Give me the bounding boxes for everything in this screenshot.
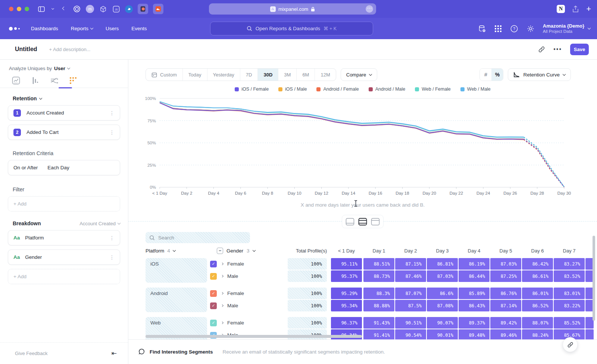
retention-cell[interactable]: 83.22% (554, 300, 585, 311)
retention-cell[interactable]: 87.15% (395, 258, 426, 270)
interesting-segments-bar[interactable]: Find Interesting Segments Receive an ema… (128, 339, 597, 364)
retention-cell[interactable]: 88.07% (522, 317, 553, 329)
expand-row-icon[interactable] (221, 275, 224, 277)
mixpanel-logo-icon[interactable] (9, 27, 20, 31)
extension-bird-icon[interactable] (125, 5, 133, 13)
retention-cell[interactable]: 86.52% (522, 300, 553, 311)
percent-values-toggle[interactable]: % (491, 69, 503, 81)
data-management-icon[interactable] (478, 25, 486, 33)
retention-cell[interactable]: 96.37% (331, 317, 362, 329)
day-column-header[interactable]: Day 4 (459, 248, 490, 254)
retention-cell[interactable]: 86.81% (427, 258, 458, 270)
share-icon[interactable] (572, 6, 579, 13)
retention-cell[interactable]: 91.43% (363, 317, 394, 329)
retention-cell[interactable]: 86.01% (522, 288, 553, 299)
range-today[interactable]: Today (183, 69, 207, 81)
series-line-android-male[interactable] (524, 139, 564, 187)
extension-m-avatar-icon[interactable]: m (86, 5, 94, 13)
retention-cell[interactable]: 90.54% (395, 329, 426, 339)
nav-item-events[interactable]: Events (131, 26, 147, 31)
retention-cell[interactable]: 86.42% (522, 258, 553, 270)
extension-js-icon[interactable]: JS (112, 5, 120, 13)
extension-soundcloud-icon[interactable] (153, 4, 163, 14)
retention-cell[interactable]: 89.46% (490, 329, 521, 339)
report-title[interactable]: Untitled (15, 46, 37, 53)
kebab-menu-icon[interactable]: ⋮ (109, 254, 115, 260)
retention-cell[interactable]: 86.76% (490, 288, 521, 299)
retention-cell[interactable]: 95.34% (331, 300, 362, 311)
window-controls[interactable] (9, 7, 29, 11)
retention-cell[interactable]: 87.08% (427, 300, 458, 311)
absolute-values-toggle[interactable]: # (480, 69, 491, 81)
retention-cell[interactable]: 88.88% (363, 300, 394, 311)
retention-cell[interactable]: 89.48% (459, 329, 490, 339)
kebab-menu-icon[interactable]: ⋮ (109, 110, 115, 116)
retention-cell[interactable]: 88.3% (363, 288, 394, 299)
retention-cell[interactable]: 87.03% (490, 258, 521, 270)
retention-cell[interactable]: 83.27% (554, 258, 585, 270)
platform-column-header[interactable]: Platform 4 (146, 248, 175, 254)
range-yesterday[interactable]: Yesterday (207, 69, 240, 81)
legend-item[interactable]: Web / Female (415, 87, 451, 92)
retention-cell[interactable]: 95.11% (331, 258, 362, 270)
extension-notebook-icon[interactable] (138, 4, 148, 14)
day-column-header[interactable]: < 1 Day (331, 248, 362, 254)
day-column-header[interactable]: Day 2 (395, 248, 426, 254)
retention-cell[interactable]: 88.73% (363, 270, 394, 282)
layout-chart-only-icon[interactable] (345, 217, 355, 226)
day-column-header[interactable]: Day 6 (522, 248, 553, 254)
breakdown-scope-select[interactable]: Account Created (79, 221, 120, 226)
analyze-uniques-control[interactable]: Analyze Uniques by User (0, 60, 128, 71)
tab-insights[interactable] (12, 76, 21, 85)
retention-cell[interactable]: 86.44% (459, 270, 490, 282)
retention-cell[interactable]: 87.25% (490, 270, 521, 282)
legend-item[interactable]: Web / Male (460, 87, 491, 92)
retention-cell[interactable]: 95.29% (331, 288, 362, 299)
project-switcher[interactable]: Amazonia {Demo} All Project Data (543, 23, 590, 34)
analyze-value[interactable]: User (54, 66, 65, 71)
retention-section-label[interactable]: Retention (13, 95, 120, 101)
extension-cube-icon[interactable] (99, 5, 107, 13)
retention-line-chart[interactable]: 0%25%50%75%100%< 1 DayDay 2Day 4Day 6Day… (128, 94, 597, 200)
retention-cell[interactable]: 87.5% (395, 300, 426, 311)
copy-link-icon[interactable] (538, 46, 545, 53)
platform-group-cell[interactable]: iOS (146, 258, 207, 283)
tab-retention[interactable] (69, 76, 78, 85)
retention-cell[interactable]: 87.03% (427, 270, 458, 282)
more-options-icon[interactable]: ••• (553, 46, 562, 53)
extension-target-icon[interactable] (73, 5, 81, 13)
retention-cell[interactable]: 90.07% (427, 317, 458, 329)
retention-cell[interactable]: 87.14% (490, 300, 521, 311)
retention-cell[interactable]: 86.6% (427, 288, 458, 299)
segments-title[interactable]: Find Interesting Segments (150, 349, 213, 355)
series-checkbox[interactable]: ✓ (210, 320, 217, 326)
table-search-input[interactable]: Search (146, 232, 250, 243)
total-profiles-header[interactable]: Total Profile(s) (288, 248, 327, 254)
range-30d[interactable]: 30D (258, 69, 278, 81)
sidebar-toggle-icon[interactable] (37, 5, 46, 13)
add-filter-button[interactable]: + Add (8, 196, 120, 211)
series-checkbox[interactable]: ✓ (210, 302, 217, 309)
chart-type-select[interactable]: Retention Curve (508, 68, 571, 81)
expand-row-icon[interactable] (221, 321, 224, 324)
global-search[interactable]: Open Reports & Dashboards ⌘ + K (210, 22, 373, 35)
kebab-menu-icon[interactable]: ⋮ (109, 235, 115, 241)
retention-cell[interactable]: 95.37% (331, 270, 362, 282)
kebab-menu-icon[interactable]: ⋮ (109, 129, 115, 135)
range-12m[interactable]: 12M (315, 69, 335, 81)
layout-table-only-icon[interactable] (371, 217, 380, 226)
compare-button[interactable]: Compare (341, 68, 377, 81)
site-options-icon[interactable]: ⋯ (366, 5, 373, 13)
retention-cell[interactable]: 87.07% (395, 288, 426, 299)
tab-flows[interactable] (50, 76, 59, 85)
minimize-window-icon[interactable] (17, 7, 21, 11)
retention-cell[interactable]: 89.37% (459, 317, 490, 329)
retention-cell[interactable]: 87.46% (395, 270, 426, 282)
range-6m[interactable]: 6M (297, 69, 315, 81)
retention-cell[interactable]: 85.52% (554, 317, 585, 329)
back-icon[interactable] (60, 5, 68, 13)
retention-cell[interactable]: 88.51% (363, 258, 394, 270)
apps-grid-icon[interactable] (494, 25, 502, 32)
retention-cell[interactable]: 90.51% (395, 317, 426, 329)
series-checkbox[interactable]: ✓ (210, 261, 217, 267)
